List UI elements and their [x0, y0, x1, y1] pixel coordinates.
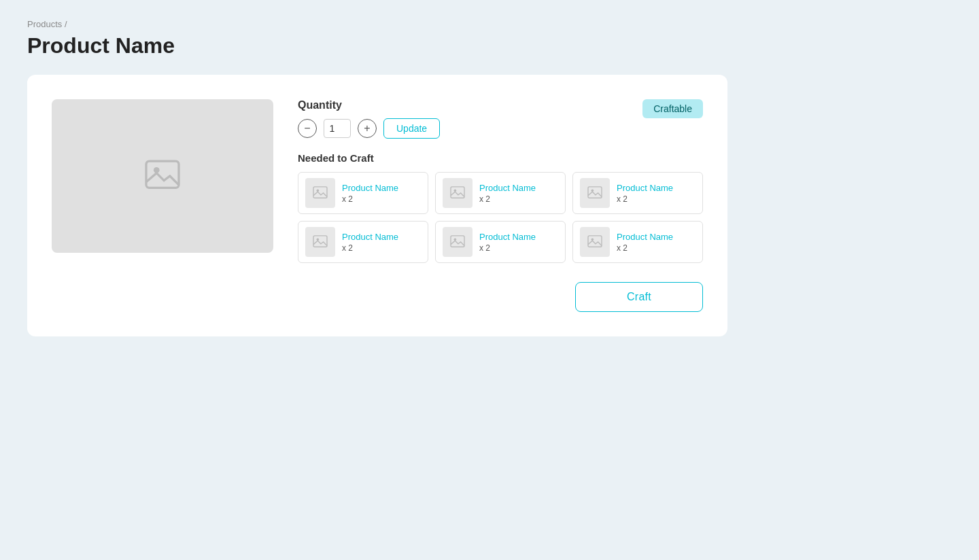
ingredient-name-5: Product Name	[617, 232, 673, 242]
product-card: Quantity − + Update Craftable Needed to …	[27, 75, 727, 336]
ingredient-image-icon-1	[450, 186, 465, 200]
product-image-placeholder-icon	[143, 160, 182, 192]
ingredient-card: Product Name x 2	[435, 172, 566, 214]
ingredient-info-2: Product Name x 2	[617, 183, 673, 204]
top-row: Quantity − + Update Craftable	[298, 99, 703, 139]
ingredient-image-icon-5	[587, 235, 602, 249]
ingredient-card: Product Name x 2	[298, 221, 428, 263]
increase-button[interactable]: +	[358, 119, 377, 138]
ingredient-qty-1: x 2	[479, 194, 536, 204]
quantity-section: Quantity − + Update	[298, 99, 440, 139]
svg-rect-4	[451, 187, 464, 198]
product-details: Quantity − + Update Craftable Needed to …	[298, 99, 703, 312]
decrease-button[interactable]: −	[298, 119, 317, 138]
ingredient-card: Product Name x 2	[572, 172, 703, 214]
svg-rect-2	[313, 187, 327, 198]
ingredient-name-2: Product Name	[617, 183, 673, 193]
ingredient-image-icon-0	[313, 186, 328, 200]
craft-button[interactable]: Craft	[575, 282, 703, 312]
page-title: Product Name	[27, 33, 727, 58]
ingredient-name-0: Product Name	[342, 183, 398, 193]
craft-btn-container: Craft	[298, 282, 703, 312]
ingredient-info-0: Product Name x 2	[342, 183, 398, 204]
quantity-controls: − + Update	[298, 118, 440, 139]
ingredient-image-icon-3	[313, 235, 328, 249]
update-button[interactable]: Update	[383, 118, 440, 139]
ingredient-name-3: Product Name	[342, 232, 398, 242]
ingredient-image-4	[443, 227, 473, 257]
ingredient-info-4: Product Name x 2	[479, 232, 536, 253]
ingredient-qty-2: x 2	[617, 194, 673, 204]
needed-section: Needed to Craft Product Name x 2	[298, 152, 703, 263]
quantity-input[interactable]	[324, 119, 351, 138]
ingredient-name-1: Product Name	[479, 183, 536, 193]
quantity-label: Quantity	[298, 99, 440, 111]
svg-rect-10	[451, 236, 464, 247]
ingredient-info-5: Product Name x 2	[617, 232, 673, 253]
ingredient-image-0	[305, 178, 335, 208]
ingredient-image-1	[443, 178, 473, 208]
needed-label: Needed to Craft	[298, 152, 703, 164]
svg-rect-0	[146, 161, 179, 188]
svg-rect-6	[588, 187, 602, 198]
ingredient-card: Product Name x 2	[298, 172, 428, 214]
ingredient-card: Product Name x 2	[435, 221, 566, 263]
breadcrumb: Products /	[27, 19, 727, 29]
ingredient-qty-0: x 2	[342, 194, 398, 204]
ingredient-image-icon-4	[450, 235, 465, 249]
ingredient-image-2	[580, 178, 610, 208]
ingredient-qty-5: x 2	[617, 243, 673, 253]
ingredient-qty-3: x 2	[342, 243, 398, 253]
ingredient-image-icon-2	[587, 186, 602, 200]
ingredient-image-5	[580, 227, 610, 257]
breadcrumb-parent: Products	[27, 19, 62, 29]
ingredient-qty-4: x 2	[479, 243, 536, 253]
svg-rect-8	[313, 236, 327, 247]
ingredient-info-3: Product Name x 2	[342, 232, 398, 253]
ingredient-image-3	[305, 227, 335, 257]
product-image	[52, 99, 273, 253]
ingredients-grid: Product Name x 2 Product Name x 2	[298, 172, 703, 263]
craftable-badge: Craftable	[642, 99, 703, 118]
ingredient-info-1: Product Name x 2	[479, 183, 536, 204]
ingredient-name-4: Product Name	[479, 232, 536, 242]
breadcrumb-separator: /	[65, 19, 67, 29]
svg-rect-12	[588, 236, 602, 247]
image-icon	[143, 160, 182, 192]
ingredient-card: Product Name x 2	[572, 221, 703, 263]
